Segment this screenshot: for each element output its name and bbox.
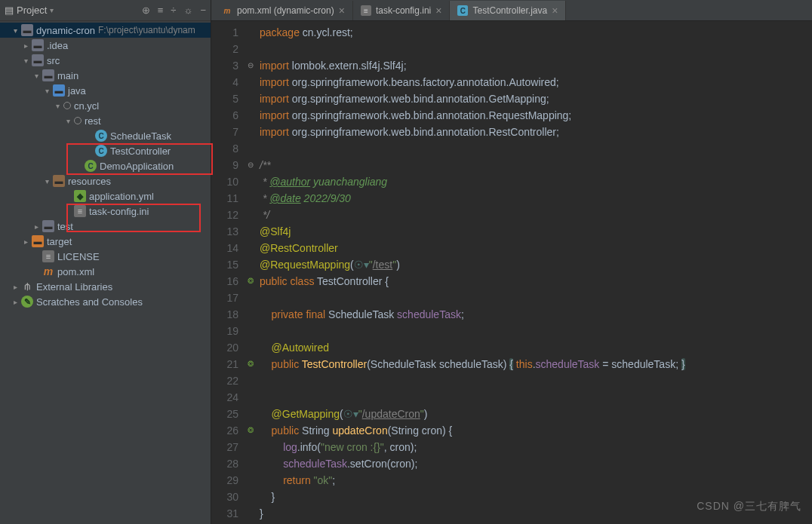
code-line[interactable]: @Slf4j <box>260 223 685 240</box>
code-editor[interactable]: 1234567891011121314151617181920212224252… <box>211 21 812 524</box>
code-line[interactable]: private final ScheduleTask scheduleTask; <box>260 306 685 323</box>
code-line[interactable]: package cn.ycl.rest; <box>260 24 685 41</box>
fold-icon[interactable]: ⊖ <box>245 157 257 173</box>
code-line[interactable]: import org.springframework.web.bind.anno… <box>260 124 685 140</box>
expand-arrow-icon[interactable]: ▸ <box>21 41 30 50</box>
tree-item[interactable]: ≡ LICENSE <box>0 249 211 264</box>
tree-item[interactable]: ▸ ▬ .idea <box>0 38 211 53</box>
expand-arrow-icon[interactable]: ▸ <box>11 283 20 291</box>
code-line[interactable]: public class TestController { <box>260 273 685 290</box>
code-line[interactable]: @RestController <box>260 240 685 256</box>
code-line[interactable]: */ <box>260 207 685 223</box>
fold-icon[interactable]: ⊖ <box>245 57 257 74</box>
code-line[interactable]: /** <box>260 157 685 173</box>
gutter-blank <box>245 207 257 223</box>
tree-item[interactable]: m pom.xml <box>0 264 211 279</box>
tree-item-label: task-config.ini <box>89 206 149 217</box>
editor-tab[interactable]: ≡ task-config.ini × <box>353 1 451 20</box>
expand-arrow-icon[interactable]: ▾ <box>53 102 62 110</box>
code-line[interactable]: * @author yuanchangliang <box>260 173 685 190</box>
expand-arrow-icon[interactable]: ▸ <box>32 222 41 231</box>
tree-item[interactable]: ▸ ⫛ External Libraries <box>0 279 211 294</box>
spring-bean-icon[interactable]: ❂ <box>245 356 257 372</box>
editor-tab[interactable]: C TestController.java × <box>450 1 566 20</box>
code-line[interactable]: log.info("new cron :{}", cron); <box>260 439 685 455</box>
tree-item[interactable]: ▾ ▬ java <box>0 83 211 98</box>
code-line[interactable] <box>260 290 685 306</box>
gutter-blank <box>245 223 257 240</box>
close-icon[interactable]: × <box>339 5 345 17</box>
tree-item[interactable]: ▸ ▬ test <box>0 219 211 234</box>
line-number: 18 <box>211 306 238 323</box>
gutter-blank <box>245 439 257 455</box>
code-line[interactable]: import org.springframework.web.bind.anno… <box>260 107 685 124</box>
code-line[interactable]: scheduleTask.setCron(cron); <box>260 455 685 472</box>
line-number: 9 <box>211 157 238 173</box>
txt-icon: ≡ <box>42 250 54 262</box>
expand-arrow-icon[interactable]: ▾ <box>42 87 51 95</box>
tree-item[interactable]: ◆ application.yml <box>0 188 211 204</box>
tree-item[interactable]: C TestController <box>0 143 211 158</box>
sidebar-tool-2[interactable]: ÷ <box>171 5 176 16</box>
tree-item[interactable]: ▸ ▬ target <box>0 234 211 249</box>
code-line[interactable] <box>260 323 685 339</box>
expand-arrow-icon[interactable]: ▸ <box>11 298 20 306</box>
code-line[interactable]: @Autowired <box>260 339 685 356</box>
spring-bean-icon[interactable]: ❂ <box>245 422 257 439</box>
code-line[interactable]: public String updateCron(String cron) { <box>260 422 685 439</box>
sidebar-tool-4[interactable]: − <box>200 5 206 16</box>
line-number-gutter: 1234567891011121314151617181920212224252… <box>211 21 245 524</box>
expand-arrow-icon[interactable]: ▾ <box>21 57 30 65</box>
spring-bean-icon[interactable]: ❂ <box>245 273 257 290</box>
class-icon: C <box>95 145 107 157</box>
expand-arrow-icon[interactable]: ▾ <box>42 177 51 185</box>
code-line[interactable]: import org.springframework.web.bind.anno… <box>260 90 685 107</box>
tree-item[interactable]: ≡ task-config.ini <box>0 204 211 219</box>
tree-item[interactable]: C DemoApplication <box>0 158 211 173</box>
code-line[interactable]: } <box>260 505 685 522</box>
code-text[interactable]: package cn.ycl.rest; import lombok.exter… <box>257 21 685 524</box>
editor-tab[interactable]: m pom.xml (dynamic-cron) × <box>214 1 353 20</box>
code-line[interactable] <box>260 389 685 406</box>
close-icon[interactable]: × <box>552 5 558 17</box>
expand-arrow-icon[interactable]: ▸ <box>21 237 30 246</box>
code-line[interactable]: import lombok.extern.slf4j.Slf4j; <box>260 57 685 74</box>
tree-item[interactable]: ▾ ▬ dynamic-cron F:\project\yuantu\dynam <box>0 23 211 38</box>
sidebar-tool-1[interactable]: ≡ <box>158 5 164 16</box>
line-number: 30 <box>211 489 238 505</box>
chevron-down-icon[interactable]: ▾ <box>50 6 54 14</box>
code-line[interactable]: public TestController(ScheduleTask sched… <box>260 356 685 372</box>
tree-item[interactable]: ▾ ▬ main <box>0 68 211 83</box>
class-icon: C <box>95 130 107 142</box>
code-line[interactable]: @RequestMapping(☉▾"/test") <box>260 256 685 273</box>
tree-item[interactable]: ▾ ▬ src <box>0 53 211 68</box>
code-line[interactable]: } <box>260 489 685 505</box>
tree-item-label: resources <box>68 176 111 187</box>
tree-item[interactable]: ▾ rest <box>0 113 211 128</box>
close-icon[interactable]: × <box>435 5 441 17</box>
tree-item[interactable]: ▾ ▬ resources <box>0 173 211 188</box>
code-line[interactable]: return "ok"; <box>260 472 685 489</box>
expand-arrow-icon[interactable]: ▾ <box>63 117 72 125</box>
sidebar-tool-3[interactable]: ☼ <box>183 5 192 16</box>
code-line[interactable] <box>260 140 685 157</box>
tree-item-label: application.yml <box>89 191 154 202</box>
code-line[interactable]: import org.springframework.beans.factory… <box>260 74 685 90</box>
sidebar-tool-0[interactable]: ⊕ <box>142 5 150 16</box>
line-number: 13 <box>211 223 238 240</box>
project-tree[interactable]: ▾ ▬ dynamic-cron F:\project\yuantu\dynam… <box>0 21 211 524</box>
expand-arrow-icon[interactable]: ▾ <box>32 72 41 80</box>
code-line[interactable]: @GetMapping(☉▾"/updateCron") <box>260 406 685 422</box>
code-line[interactable]: * @date 2022/9/30 <box>260 190 685 207</box>
tree-item-label: ScheduleTask <box>110 130 171 142</box>
expand-arrow-icon[interactable]: ▾ <box>11 26 20 35</box>
gutter-blank <box>245 290 257 306</box>
tree-item[interactable]: C ScheduleTask <box>0 128 211 143</box>
tree-item-path: F:\project\yuantu\dynam <box>98 25 195 35</box>
tree-item[interactable]: ▾ cn.ycl <box>0 98 211 113</box>
code-line[interactable] <box>260 372 685 389</box>
tree-item-label: TestController <box>110 146 171 157</box>
folder-icon: ▤ <box>5 5 14 16</box>
code-line[interactable] <box>260 41 685 57</box>
tree-item[interactable]: ▸ ✎ Scratches and Consoles <box>0 294 211 309</box>
